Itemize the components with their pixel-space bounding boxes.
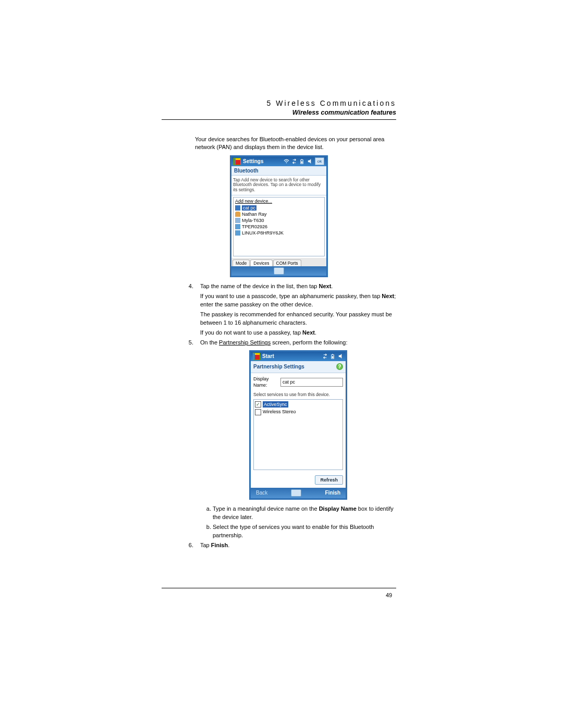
device-listbox[interactable]: Add new device... cat pc Nathan Ray Myla…	[233, 197, 325, 256]
panel-body: Display Name: Select services to use fro…	[251, 373, 346, 473]
step-4: Tap the name of the device in the list, …	[195, 282, 396, 337]
device-name: Myla-T630	[242, 218, 264, 223]
panel-title-row: Partnership Settings ?	[251, 361, 346, 373]
service-row[interactable]: Wireless Stereo	[255, 408, 341, 416]
panel-title: Partnership Settings	[253, 363, 336, 371]
chapter-subtitle: Wireless communication features	[162, 109, 396, 116]
device-name: TPER02926	[242, 224, 267, 229]
step-6: Tap Finish.	[195, 541, 396, 549]
header-rule	[162, 119, 396, 120]
device-row[interactable]: LINUX-P8HR9Y6JK	[234, 230, 324, 236]
sync-icon[interactable]	[322, 353, 328, 359]
checkbox-unchecked-icon[interactable]	[255, 409, 261, 415]
volume-icon[interactable]	[338, 353, 344, 359]
svg-marker-4	[308, 159, 311, 164]
checkbox-checked-icon[interactable]: ✓	[255, 401, 261, 408]
display-name-label: Display Name:	[253, 376, 277, 389]
screenshot-bluetooth-devices: Settings ok Bluetooth Tap Add new device…	[162, 155, 396, 277]
device-icon	[235, 230, 240, 236]
display-name-input[interactable]	[280, 378, 343, 387]
ok-button[interactable]: ok	[315, 157, 324, 165]
substep-a: Type in a meaningful device name on the …	[213, 505, 396, 521]
tab-strip: Mode Devices COM Ports	[231, 258, 326, 266]
page-header: 5 Wireless Communications Wireless commu…	[162, 99, 396, 116]
finish-button[interactable]: Finish	[325, 489, 340, 497]
sync-icon[interactable]	[291, 158, 297, 164]
add-new-device-link[interactable]: Add new device...	[234, 198, 324, 205]
service-name: ActiveSync	[263, 401, 288, 408]
services-label: Select services to use from this device.	[253, 392, 343, 398]
device-name: cat pc	[242, 205, 256, 211]
page-number: 49	[386, 592, 392, 598]
battery-icon[interactable]	[299, 158, 305, 164]
svg-rect-2	[301, 159, 302, 160]
tab-devices[interactable]: Devices	[250, 260, 272, 266]
wifi-icon[interactable]	[284, 158, 289, 164]
device-row[interactable]: cat pc	[234, 205, 324, 211]
bottom-bar: Back Finish	[251, 488, 346, 498]
device-row[interactable]: Myla-T630	[234, 217, 324, 224]
service-name: Wireless Stereo	[263, 409, 296, 415]
windows-flag-icon	[234, 158, 241, 165]
manual-page: 5 Wireless Communications Wireless commu…	[162, 99, 396, 551]
service-row[interactable]: ✓ ActiveSync	[255, 401, 341, 409]
titlebar: Settings ok	[231, 157, 326, 166]
footer-rule	[162, 588, 396, 588]
substep-list: Type in a meaningful device name on the …	[200, 505, 396, 539]
keyboard-icon[interactable]	[274, 267, 284, 275]
device-icon	[235, 224, 240, 229]
refresh-button[interactable]: Refresh	[315, 475, 343, 485]
svg-rect-3	[301, 162, 303, 164]
chapter-title: 5 Wireless Communications	[162, 99, 396, 107]
person-icon	[235, 212, 240, 217]
instruction-list: Tap the name of the device in the list, …	[162, 282, 396, 549]
back-button[interactable]: Back	[256, 489, 267, 497]
tab-mode[interactable]: Mode	[232, 260, 250, 266]
intro-paragraph: Your device searches for Bluetooth-enabl…	[195, 135, 396, 151]
phone-icon	[235, 218, 240, 223]
svg-rect-6	[332, 354, 333, 355]
help-icon[interactable]: ?	[336, 363, 343, 370]
keyboard-icon[interactable]	[291, 489, 301, 497]
svg-rect-7	[332, 356, 334, 359]
substep-b: Select the type of services you want to …	[213, 523, 396, 539]
step-5: On the Partnership Settings screen, perf…	[195, 339, 396, 539]
device-name: Nathan Ray	[242, 212, 267, 217]
screenshot-partnership-settings: Start Partnership Settings ?	[200, 350, 396, 500]
pc-icon	[235, 205, 240, 211]
battery-icon[interactable]	[330, 353, 336, 359]
titlebar-title: Start	[262, 353, 320, 360]
bottom-bar	[231, 266, 326, 276]
svg-marker-8	[339, 354, 342, 359]
services-listbox[interactable]: ✓ ActiveSync Wireless Stereo	[253, 399, 343, 470]
device-name: LINUX-P8HR9Y6JK	[242, 230, 284, 236]
titlebar: Start	[251, 352, 346, 361]
tab-comports[interactable]: COM Ports	[273, 260, 301, 266]
volume-icon[interactable]	[307, 158, 313, 164]
device-row[interactable]: Nathan Ray	[234, 211, 324, 217]
windows-flag-icon	[253, 353, 260, 360]
titlebar-title: Settings	[243, 158, 282, 164]
panel-help-text: Tap Add new device to search for other B…	[231, 176, 326, 195]
panel-title: Bluetooth	[231, 166, 326, 176]
svg-point-0	[286, 163, 287, 164]
device-row[interactable]: TPER02926	[234, 224, 324, 230]
